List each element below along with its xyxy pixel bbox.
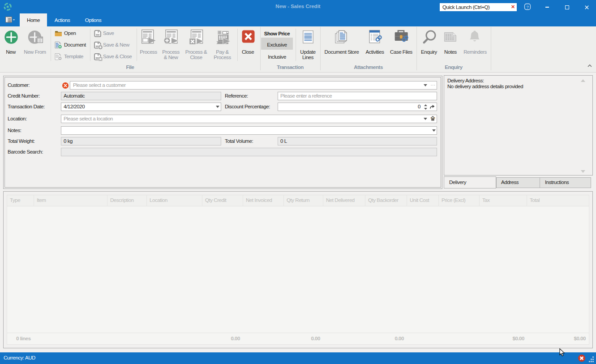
svg-text:?: ? [527,4,529,9]
